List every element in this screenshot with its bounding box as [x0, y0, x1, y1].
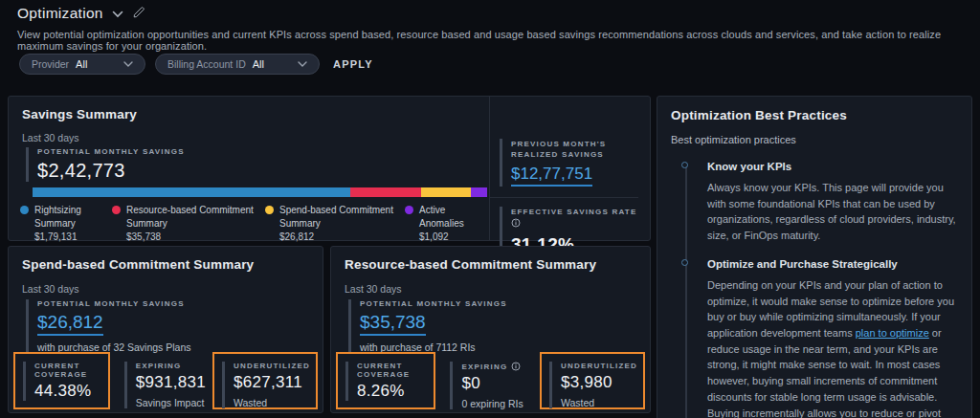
spend-card-period: Last 30 days — [22, 283, 79, 295]
spend-based-commitment-card: Spend-based Commitment Summary Last 30 d… — [8, 246, 323, 413]
billing-account-value: All — [253, 58, 264, 70]
best-practices-card: Optimization Best Practices Best optimiz… — [657, 96, 972, 418]
legend-item: Spend-based Commitment Summary $26,812 — [265, 204, 405, 243]
savings-summary-right-column: PREVIOUS MONTH'S REALIZED SAVINGS $12,77… — [489, 97, 650, 240]
legend-value: $1,092 — [419, 231, 469, 244]
body-text: Always know your KPIs. This page will pr… — [707, 182, 956, 241]
kpi-label: UNDERUTILIZED — [234, 362, 310, 370]
best-practice-section-know-your-kpis: Know your KPIs Always know your KPIs. Th… — [707, 161, 958, 244]
savings-summary-title: Savings Summary — [22, 107, 137, 121]
pencil-icon — [132, 6, 145, 22]
savings-legend: Rightsizing Summary $1,79,131 Resource-b… — [20, 204, 478, 243]
kpi-value: 8.26% — [357, 382, 428, 401]
current-coverage-highlight-box: CURRENT COVERAGE 8.26% — [336, 352, 435, 409]
legend-name: Active Anomalies — [419, 204, 469, 231]
timeline-line — [685, 166, 687, 418]
stacked-savings-bar — [33, 187, 487, 197]
apply-button[interactable]: APPLY — [333, 58, 373, 70]
timeline-bullet-icon — [681, 259, 688, 266]
page-header: Optimization View potential optimization… — [17, 5, 963, 52]
underutilized-highlight-box: UNDERUTILIZED $3,980 Wasted — [540, 352, 645, 409]
section-heading: Optimize and Purchase Strategically — [707, 258, 958, 270]
potential-monthly-savings-kpi: POTENTIAL MONTHLY SAVINGS $26,812 with p… — [26, 299, 191, 353]
potential-monthly-savings-kpi: POTENTIAL MONTHLY SAVINGS $35,738 with p… — [348, 299, 507, 353]
legend-name: Resource-based Commitment Summary — [126, 204, 262, 231]
optimization-dashboard: Optimization View potential optimization… — [0, 0, 980, 418]
expiring-kpi: EXPIRING $0 0 expiring RIs — [442, 352, 532, 409]
chevron-down-icon — [273, 61, 307, 67]
resource-potential-savings-link[interactable]: $35,738 — [360, 312, 426, 336]
kpi-label: CURRENT COVERAGE — [357, 362, 428, 379]
legend-item: Resource-based Commitment Summary $35,73… — [112, 204, 265, 243]
kpi-value: $931,831 — [136, 373, 206, 392]
kpi-label: POTENTIAL MONTHLY SAVINGS — [360, 299, 507, 308]
section-body: Always know your KPIs. This page will pr… — [707, 180, 958, 244]
kpi-label: EXPIRING — [136, 362, 206, 370]
potential-monthly-savings-kpi: POTENTIAL MONTHLY SAVINGS $2,42,773 — [26, 147, 185, 182]
title-dropdown-button[interactable] — [112, 7, 123, 21]
kpi-label: PREVIOUS MONTH'S REALIZED SAVINGS — [511, 139, 638, 160]
billing-account-label: Billing Account ID — [167, 58, 246, 70]
edit-dashboard-button[interactable] — [132, 6, 145, 22]
kpi-sub: Savings Impact — [136, 397, 206, 408]
resource-card-title: Resource-based Commitment Summary — [345, 257, 596, 272]
bar-segment — [33, 187, 350, 197]
chevron-down-icon — [112, 7, 123, 21]
provider-select[interactable]: Provider All — [19, 54, 145, 75]
best-practices-timeline: Know your KPIs Always know your KPIs. Th… — [671, 161, 958, 418]
previous-realized-savings-kpi: PREVIOUS MONTH'S REALIZED SAVINGS $12,77… — [500, 139, 638, 187]
spend-potential-savings-link[interactable]: $26,812 — [37, 312, 103, 336]
kpi-label: CURRENT COVERAGE — [34, 362, 102, 379]
current-coverage-highlight-box: CURRENT COVERAGE 44.38% — [13, 352, 110, 409]
legend-item: Active Anomalies $1,092 — [405, 204, 478, 243]
kpi-value: $627,311 — [234, 373, 310, 392]
legend-dot-spend-based — [265, 206, 274, 214]
best-practices-title: Optimization Best Practices — [671, 108, 958, 122]
bar-segment — [350, 187, 421, 197]
page-title: Optimization — [17, 5, 103, 22]
timeline-bullet-icon — [681, 162, 688, 168]
kpi-sub: Wasted — [561, 397, 637, 408]
best-practices-subtitle: Best optimization practices — [671, 134, 958, 145]
legend-value: $26,812 — [279, 231, 402, 244]
legend-value: $1,79,131 — [34, 231, 98, 244]
resource-card-period: Last 30 days — [345, 283, 402, 295]
info-icon[interactable] — [511, 218, 521, 228]
savings-summary-period: Last 30 days — [22, 132, 79, 143]
legend-name: Rightsizing Summary — [34, 204, 98, 231]
kpi-sub: 0 expiring RIs — [461, 398, 532, 409]
kpi-label: POTENTIAL MONTHLY SAVINGS — [37, 299, 191, 308]
provider-label: Provider — [32, 58, 69, 70]
legend-dot-resource-based — [112, 206, 121, 214]
bar-segment — [421, 187, 472, 197]
kpi-label: EFFECTIVE SAVINGS RATE — [511, 208, 636, 216]
best-practice-section-optimize-strategically: Optimize and Purchase Strategically Depe… — [707, 258, 958, 418]
previous-realized-savings-link[interactable]: $12,77,751 — [511, 165, 592, 187]
billing-account-select[interactable]: Billing Account ID All — [155, 54, 320, 75]
filter-bar: Provider All Billing Account ID All APPL… — [19, 54, 373, 75]
legend-item: Rightsizing Summary $1,79,131 — [20, 204, 112, 243]
kpi-value: $0 — [461, 374, 532, 393]
kpi-label: EXPIRING — [461, 363, 507, 371]
plan-to-optimize-link[interactable]: plan to optimize — [856, 327, 929, 339]
chevron-down-icon — [99, 61, 133, 67]
resource-based-commitment-card: Resource-based Commitment Summary Last 3… — [330, 246, 651, 413]
kpi-value: $2,42,773 — [37, 160, 185, 182]
underutilized-highlight-box: UNDERUTILIZED $627,311 Wasted — [212, 352, 318, 409]
info-icon[interactable] — [511, 362, 521, 371]
kpi-value: $3,980 — [561, 373, 637, 392]
spend-card-title: Spend-based Commitment Summary — [22, 257, 254, 272]
kpi-label: POTENTIAL MONTHLY SAVINGS — [37, 147, 185, 156]
section-body: Depending on your KPIs and your plan of … — [707, 277, 958, 418]
savings-summary-card: Savings Summary Last 30 days POTENTIAL M… — [8, 96, 651, 241]
body-text: or reduce usage in the near term, and yo… — [707, 327, 956, 418]
section-heading: Know your KPIs — [707, 161, 958, 172]
legend-name: Spend-based Commitment Summary — [279, 204, 402, 231]
kpi-sub: Wasted — [234, 397, 310, 408]
provider-value: All — [76, 58, 87, 70]
legend-value: $35,738 — [126, 231, 262, 244]
kpi-label: UNDERUTILIZED — [561, 362, 637, 370]
spend-kpi-row: CURRENT COVERAGE 44.38% EXPIRING $931,83… — [13, 352, 318, 409]
divider — [490, 197, 638, 198]
bar-segment — [471, 187, 487, 197]
